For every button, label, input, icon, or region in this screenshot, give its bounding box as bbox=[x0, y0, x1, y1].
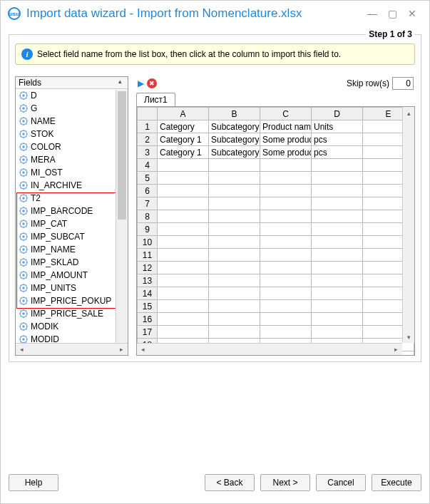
skip-rows-input[interactable] bbox=[392, 77, 414, 90]
hscroll-left-icon[interactable]: ◂ bbox=[16, 344, 28, 356]
row-header[interactable]: 12 bbox=[138, 262, 158, 274]
grid-cell[interactable] bbox=[209, 313, 260, 326]
fields-vscrollbar[interactable] bbox=[116, 90, 128, 343]
table-row[interactable]: 7 bbox=[138, 197, 414, 210]
grid-cell[interactable] bbox=[260, 197, 312, 210]
grid-cell[interactable] bbox=[260, 159, 312, 172]
table-row[interactable]: 14 bbox=[138, 287, 414, 300]
fields-list[interactable]: DGNAMESTOKCOLORMERAMI_OSTIN_ARCHIVET2IMP… bbox=[16, 89, 128, 343]
table-row[interactable]: 15 bbox=[138, 300, 414, 313]
table-row[interactable]: 11 bbox=[138, 249, 414, 262]
grid-cell[interactable] bbox=[260, 287, 312, 300]
row-header[interactable]: 3 bbox=[138, 146, 158, 159]
grid-cell[interactable] bbox=[209, 223, 260, 236]
table-row[interactable]: 6 bbox=[138, 185, 414, 197]
field-item[interactable]: D bbox=[16, 89, 128, 102]
grid-cell[interactable]: Subcategory bbox=[209, 120, 260, 133]
grid-cell[interactable] bbox=[312, 185, 363, 197]
row-header[interactable]: 6 bbox=[138, 185, 158, 197]
fields-hscrollbar[interactable]: ◂ ▸ bbox=[16, 343, 128, 355]
grid-cell[interactable]: Some produc bbox=[260, 133, 312, 146]
field-item[interactable]: IMP_SKLAD bbox=[16, 256, 128, 269]
grid-cell[interactable] bbox=[209, 236, 260, 249]
execute-button[interactable]: Execute bbox=[372, 474, 421, 491]
grid-cell[interactable] bbox=[158, 197, 209, 210]
field-item[interactable]: IMP_NAME bbox=[16, 243, 128, 256]
grid-cell[interactable]: pcs bbox=[312, 133, 363, 146]
grid-cell[interactable]: Category 1 bbox=[158, 133, 209, 146]
maximize-button[interactable]: ▢ bbox=[382, 4, 402, 24]
table-row[interactable]: 13 bbox=[138, 274, 414, 287]
field-item[interactable]: IMP_UNITS bbox=[16, 282, 128, 294]
grid-cell[interactable] bbox=[209, 197, 260, 210]
grid-cell[interactable] bbox=[260, 172, 312, 185]
grid-cell[interactable]: Category bbox=[158, 120, 209, 133]
grid-cell[interactable]: Category 1 bbox=[158, 146, 209, 159]
row-header[interactable]: 4 bbox=[138, 159, 158, 172]
field-item[interactable]: MODID bbox=[16, 333, 128, 343]
grid-hscrollbar[interactable]: ◂ ▸ bbox=[137, 343, 402, 355]
row-header[interactable]: 14 bbox=[138, 287, 158, 300]
grid-cell[interactable]: Subcategory bbox=[209, 146, 260, 159]
grid-cell[interactable] bbox=[312, 326, 363, 339]
table-row[interactable]: 9 bbox=[138, 223, 414, 236]
grid-cell[interactable] bbox=[260, 326, 312, 339]
row-header[interactable]: 7 bbox=[138, 197, 158, 210]
grid-cell[interactable] bbox=[312, 300, 363, 313]
row-header[interactable]: 10 bbox=[138, 236, 158, 249]
close-button[interactable]: ✕ bbox=[402, 4, 422, 24]
grid-corner[interactable] bbox=[138, 108, 158, 120]
grid-cell[interactable] bbox=[158, 287, 209, 300]
row-header[interactable]: 17 bbox=[138, 326, 158, 339]
grid-cell[interactable] bbox=[209, 172, 260, 185]
row-header[interactable]: 13 bbox=[138, 274, 158, 287]
next-button[interactable]: Next > bbox=[260, 474, 310, 491]
minimize-button[interactable]: — bbox=[362, 4, 382, 24]
grid-cell[interactable] bbox=[312, 197, 363, 210]
grid-cell[interactable] bbox=[158, 210, 209, 223]
table-row[interactable]: 2Category 1SubcategorySome producpcs bbox=[138, 133, 414, 146]
row-header[interactable]: 2 bbox=[138, 133, 158, 146]
table-row[interactable]: 4 bbox=[138, 159, 414, 172]
play-icon[interactable]: ▶ bbox=[138, 78, 144, 88]
table-row[interactable]: 17 bbox=[138, 326, 414, 339]
row-header[interactable]: 16 bbox=[138, 313, 158, 326]
grid-cell[interactable]: Product name bbox=[260, 120, 312, 133]
field-item[interactable]: IMP_BARCODE bbox=[16, 205, 128, 217]
sheet-tab[interactable]: Лист1 bbox=[136, 93, 175, 106]
grid-cell[interactable] bbox=[209, 262, 260, 274]
grid-cell[interactable] bbox=[260, 185, 312, 197]
hscroll-right-icon[interactable]: ▸ bbox=[116, 344, 128, 356]
table-row[interactable]: 1CategorySubcategoryProduct nameUnits bbox=[138, 120, 414, 133]
field-item[interactable]: MERA bbox=[16, 153, 128, 166]
grid-cell[interactable] bbox=[158, 313, 209, 326]
grid-cell[interactable]: Units bbox=[312, 120, 363, 133]
grid-hscroll-right-icon[interactable]: ▸ bbox=[390, 344, 402, 355]
fields-vscroll-thumb[interactable] bbox=[118, 91, 126, 220]
grid-cell[interactable] bbox=[312, 159, 363, 172]
grid-vscroll-up-icon[interactable]: ▴ bbox=[403, 107, 414, 119]
spreadsheet-grid[interactable]: ABCDE1CategorySubcategoryProduct nameUni… bbox=[136, 106, 415, 356]
field-item[interactable]: IMP_PRICE_SALE bbox=[16, 307, 128, 320]
grid-cell[interactable] bbox=[260, 300, 312, 313]
grid-cell[interactable] bbox=[158, 172, 209, 185]
grid-cell[interactable] bbox=[209, 249, 260, 262]
row-header[interactable]: 1 bbox=[138, 120, 158, 133]
field-item[interactable]: MODIK bbox=[16, 320, 128, 333]
back-button[interactable]: < Back bbox=[205, 474, 255, 491]
grid-cell[interactable] bbox=[209, 210, 260, 223]
grid-cell[interactable] bbox=[312, 313, 363, 326]
grid-cell[interactable] bbox=[260, 274, 312, 287]
field-item[interactable]: IN_ARCHIVE bbox=[16, 179, 128, 192]
stop-icon[interactable]: ✖ bbox=[147, 78, 157, 88]
grid-cell[interactable] bbox=[158, 262, 209, 274]
grid-cell[interactable] bbox=[158, 300, 209, 313]
grid-cell[interactable] bbox=[209, 287, 260, 300]
field-item[interactable]: T2 bbox=[16, 192, 128, 205]
grid-cell[interactable] bbox=[312, 210, 363, 223]
table-row[interactable]: 12 bbox=[138, 262, 414, 274]
grid-cell[interactable] bbox=[158, 249, 209, 262]
field-item[interactable]: MI_OST bbox=[16, 166, 128, 179]
field-item[interactable]: IMP_SUBCAT bbox=[16, 230, 128, 243]
grid-cell[interactable] bbox=[209, 185, 260, 197]
